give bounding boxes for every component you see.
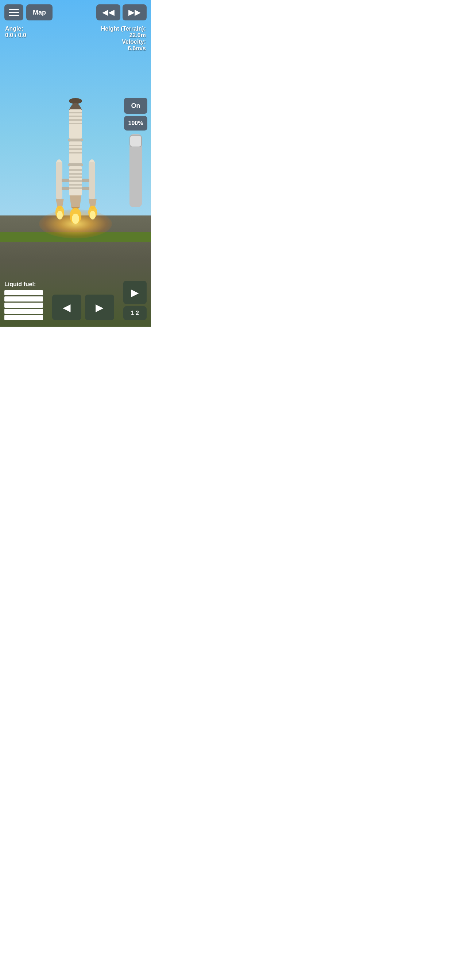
svg-rect-24 xyxy=(82,187,89,190)
menu-line-2 xyxy=(9,12,19,13)
svg-rect-10 xyxy=(69,152,82,153)
svg-rect-17 xyxy=(69,184,82,186)
map-button[interactable]: Map xyxy=(26,5,53,21)
svg-rect-23 xyxy=(82,179,89,182)
rotate-left-button[interactable]: ◀ xyxy=(52,294,81,320)
stage-2-label: 2 xyxy=(136,310,139,317)
throttle-percent-button[interactable]: 100% xyxy=(124,116,147,130)
svg-rect-9 xyxy=(69,148,82,150)
svg-rect-15 xyxy=(69,177,82,178)
fuel-bar-1 xyxy=(4,290,43,295)
svg-rect-20 xyxy=(62,179,69,182)
fuel-bar-4 xyxy=(4,309,43,314)
svg-rect-22 xyxy=(89,162,95,199)
svg-rect-19 xyxy=(56,162,62,199)
menu-button[interactable] xyxy=(4,5,23,21)
svg-rect-21 xyxy=(62,187,69,190)
angle-label: Angle: xyxy=(5,25,26,32)
stats-left: Angle: 0.0 / 0.0 xyxy=(5,25,26,39)
right-controls: On 100% xyxy=(124,98,147,207)
svg-rect-3 xyxy=(69,116,82,117)
rewind-icon: ◀◀ xyxy=(102,8,115,17)
top-bar: Map ◀◀ ▶▶ xyxy=(4,5,147,21)
top-left-controls: Map xyxy=(4,5,53,21)
right-bottom: ▶ 1 2 xyxy=(123,281,147,320)
rotate-right-button[interactable]: ▶ xyxy=(85,294,114,320)
throttle-slider[interactable] xyxy=(129,134,142,207)
angle-value: 0.0 / 0.0 xyxy=(5,32,26,39)
throttle-handle[interactable] xyxy=(129,135,142,147)
svg-rect-4 xyxy=(69,119,82,121)
svg-rect-2 xyxy=(69,112,82,113)
rewind-button[interactable]: ◀◀ xyxy=(96,5,120,21)
velocity-label: Velocity: xyxy=(101,39,146,45)
fuel-bar-5 xyxy=(4,315,43,320)
rocket xyxy=(39,92,112,245)
svg-rect-18 xyxy=(69,188,82,189)
fuel-bar-3 xyxy=(4,302,43,308)
play-icon: ▶ xyxy=(131,286,139,299)
height-value: 22.0m xyxy=(101,32,146,39)
engine-on-button[interactable]: On xyxy=(124,98,147,114)
menu-line-1 xyxy=(9,9,19,10)
play-button[interactable]: ▶ xyxy=(123,281,147,304)
fuel-bar-2 xyxy=(4,296,43,302)
forward-button[interactable]: ▶▶ xyxy=(123,5,147,21)
stats-right: Height (Terrain): 22.0m Velocity: 6.6m/s xyxy=(101,25,146,52)
svg-rect-13 xyxy=(69,169,82,171)
left-arrow-icon: ◀ xyxy=(63,302,71,313)
stages-button[interactable]: 1 2 xyxy=(123,306,147,320)
nav-buttons: ◀ ▶ xyxy=(52,294,114,320)
svg-point-28 xyxy=(72,214,79,224)
top-right-controls: ◀◀ ▶▶ xyxy=(96,5,147,21)
bottom-controls: Liquid fuel: ◀ ▶ ▶ 1 2 xyxy=(0,281,151,320)
rocket-svg xyxy=(39,92,112,245)
fuel-label: Liquid fuel: xyxy=(4,281,43,288)
menu-line-3 xyxy=(9,15,19,16)
svg-rect-5 xyxy=(69,123,82,124)
forward-icon: ▶▶ xyxy=(128,8,141,17)
svg-rect-8 xyxy=(69,145,82,146)
svg-rect-6 xyxy=(68,138,83,142)
svg-rect-16 xyxy=(69,180,82,182)
svg-rect-11 xyxy=(68,163,83,166)
right-arrow-icon: ▶ xyxy=(96,302,104,313)
svg-point-30 xyxy=(90,211,96,220)
velocity-value: 6.6m/s xyxy=(101,45,146,52)
svg-point-26 xyxy=(57,211,63,220)
fuel-section: Liquid fuel: xyxy=(4,281,43,320)
svg-rect-14 xyxy=(69,173,82,175)
height-label: Height (Terrain): xyxy=(101,25,146,32)
stage-1-label: 1 xyxy=(131,310,134,317)
